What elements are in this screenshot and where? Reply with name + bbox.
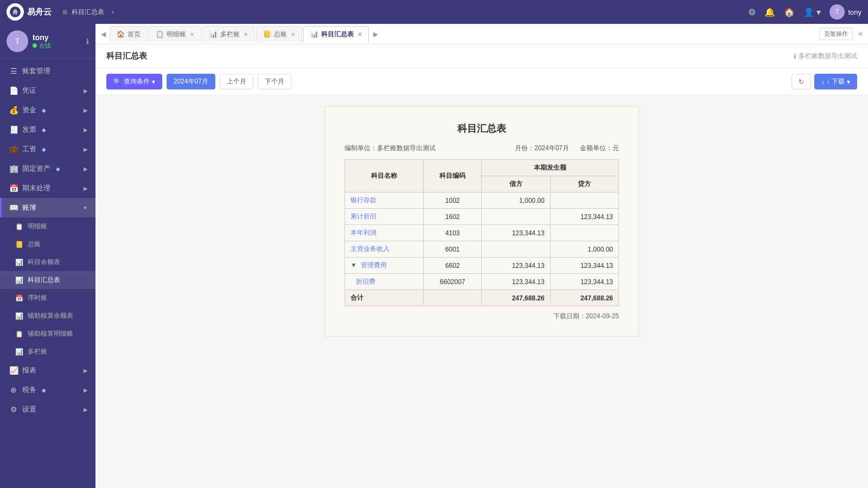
sidebar-item-accounts[interactable]: ☰ 账套管理 xyxy=(0,61,95,81)
detail-ledger-label: 明细账 xyxy=(28,222,47,231)
toolbar: 🔍 查询条件 ▾ 2024年07月 上个月 下个月 ↻ xyxy=(95,68,868,95)
download-btn[interactable]: ↓ ↓ 下载 ▾ xyxy=(814,74,857,89)
row-credit-1: 123,344.13 xyxy=(550,209,618,225)
tab-home-icon: 🏠 xyxy=(117,30,125,38)
assets-arrow: ▶ xyxy=(84,166,88,172)
tab-detail-icon: 📋 xyxy=(156,30,164,38)
total-label: 合计 xyxy=(345,290,424,306)
aux-detail-icon: 📋 xyxy=(15,330,23,338)
invoice-diamond: ◆ xyxy=(42,127,46,133)
row-name-4[interactable]: ▼ 管理费用 xyxy=(345,258,424,274)
report-month: 月份：2024年07月 xyxy=(515,144,569,153)
row-credit-3: 1,000.00 xyxy=(550,241,618,258)
settings-arrow: ▶ xyxy=(84,407,88,413)
row-name-0[interactable]: 银行存款 xyxy=(345,192,424,209)
submenu-item-detail[interactable]: 📋 明细账 xyxy=(0,217,95,235)
sidebar-item-funds[interactable]: 💰 资金 ◆ ▶ xyxy=(0,100,95,120)
sidebar-item-tax[interactable]: ⊕ 税务 ◆ ▶ xyxy=(0,380,95,400)
sidebar-item-period[interactable]: 📅 期末处理 ▶ xyxy=(0,178,95,198)
settings-icon[interactable]: ⚙ xyxy=(748,7,756,17)
user-menu-icon[interactable]: 👤 ▾ xyxy=(803,7,821,17)
row-debit-4: 123,344.13 xyxy=(482,258,550,274)
submenu-item-general[interactable]: 📒 总账 xyxy=(0,235,95,253)
refresh-btn[interactable]: ↻ xyxy=(792,74,811,89)
tab-operations-btn[interactable]: 页签操作 xyxy=(819,28,853,40)
submenu-item-balance[interactable]: 📊 科目余额表 xyxy=(0,253,95,271)
sidebar-item-assets[interactable]: 🏢 固定资产 ◆ ▶ xyxy=(0,159,95,178)
query-label: 查询条件 xyxy=(124,77,150,86)
query-btn[interactable]: 🔍 查询条件 ▾ xyxy=(106,74,162,89)
col-subject-code: 科目编码 xyxy=(423,160,482,192)
expand-icon-4[interactable]: ▼ xyxy=(350,261,359,269)
tab-prev-btn[interactable]: ◀ xyxy=(98,28,108,41)
funds-icon: 💰 xyxy=(9,106,18,114)
tab-summary-icon: 📊 xyxy=(310,30,318,38)
tab-multi-label: 多栏账 xyxy=(220,30,240,39)
report-company: 编制单位：多栏账数据导出测试 xyxy=(344,144,436,153)
settings-icon-side: ⚙ xyxy=(9,405,18,414)
row-code-2: 4103 xyxy=(423,225,482,241)
tab-next-btn[interactable]: ▶ xyxy=(370,28,381,41)
query-icon: 🔍 xyxy=(113,78,122,86)
sidebar-item-report[interactable]: 📈 报表 ▶ xyxy=(0,361,95,380)
submenu-item-summary[interactable]: 📊 科目汇总表 xyxy=(0,271,95,289)
balance-icon: 📊 xyxy=(15,259,23,266)
report-table: 科目名称 科目编码 本期发生额 借方 贷方 银行存款10021,000.00累计… xyxy=(344,159,619,306)
tab-multi-close[interactable]: ✕ xyxy=(244,31,248,37)
next-month-btn[interactable]: 下个月 xyxy=(258,74,291,89)
table-row: ▼ 管理费用6602123,344.13123,344.13 xyxy=(345,258,619,274)
sidebar-item-voucher[interactable]: 📄 凭证 ▶ xyxy=(0,81,95,100)
row-name-3[interactable]: 主营业务收入 xyxy=(345,241,424,258)
period-icon: 📅 xyxy=(9,184,18,192)
tab-general-icon: 📒 xyxy=(263,30,271,38)
topbar-add-tab[interactable]: ＋ xyxy=(110,8,116,17)
sidebar-item-settings[interactable]: ⚙ 设置 ▶ xyxy=(0,400,95,419)
row-name-2[interactable]: 本年利润 xyxy=(345,225,424,241)
toolbar-right: ↻ ↓ ↓ 下载 ▾ xyxy=(792,74,857,89)
svg-text:舟: 舟 xyxy=(12,9,18,15)
sidebar-user: T tony 在线 ℹ xyxy=(0,24,95,59)
row-code-3: 6001 xyxy=(423,241,482,258)
bell-icon[interactable]: 🔔 xyxy=(764,7,775,17)
table-row: 银行存款10021,000.00 xyxy=(345,192,619,209)
row-name-text-3: 主营业务收入 xyxy=(350,245,390,253)
info-icon[interactable]: ℹ xyxy=(86,37,89,46)
tab-multi[interactable]: 📊 多栏账 ✕ xyxy=(202,26,255,42)
sidebar-item-salary[interactable]: 💼 工资 ◆ ▶ xyxy=(0,139,95,159)
date-label: 2024年07月 xyxy=(174,77,208,86)
submenu-item-multi[interactable]: 📊 多栏账 xyxy=(0,343,95,361)
topbar-user[interactable]: T tony xyxy=(829,4,861,20)
tab-general-close[interactable]: ✕ xyxy=(291,31,295,37)
tab-summary[interactable]: 📊 科目汇总表 ✕ xyxy=(303,26,369,42)
app-logo[interactable]: 舟 易舟云 xyxy=(7,3,52,21)
row-credit-5: 123,344.13 xyxy=(550,274,618,290)
tab-home[interactable]: 🏠 首页 xyxy=(110,26,148,42)
row-name-5[interactable]: 折旧费 xyxy=(345,274,424,290)
topbar-tabs: ⊞ 科目汇总表 ＋ xyxy=(62,8,748,17)
sidebar-item-ledger[interactable]: 📖 账簿 ▼ xyxy=(0,198,95,217)
aux-balance-icon: 📊 xyxy=(15,312,23,320)
submenu-item-journal[interactable]: 📅 序时账 xyxy=(0,289,95,307)
tab-summary-close[interactable]: ✕ xyxy=(358,31,362,37)
sidebar-user-info: tony 在线 xyxy=(33,33,51,50)
home-icon[interactable]: 🏠 xyxy=(784,7,795,17)
salary-arrow: ▶ xyxy=(84,146,88,152)
row-debit-1 xyxy=(482,209,550,225)
tab-close-all-btn[interactable]: ✕ xyxy=(855,28,866,41)
tab-general[interactable]: 📒 总账 ✕ xyxy=(256,26,302,42)
row-name-1[interactable]: 累计折旧 xyxy=(345,209,424,225)
prev-month-btn[interactable]: 上个月 xyxy=(220,74,253,89)
submenu-item-aux-detail[interactable]: 📋 辅助核算明细账 xyxy=(0,325,95,343)
sidebar-item-invoice[interactable]: 🧾 发票 ◆ ▶ xyxy=(0,120,95,139)
aux-detail-label: 辅助核算明细账 xyxy=(28,329,73,338)
tab-bar-right: 页签操作 ✕ xyxy=(819,28,866,41)
table-row: 主营业务收入60011,000.00 xyxy=(345,241,619,258)
date-btn[interactable]: 2024年07月 xyxy=(167,74,215,89)
tax-diamond: ◆ xyxy=(42,387,46,393)
row-code-1: 1602 xyxy=(423,209,482,225)
submenu-item-aux-balance[interactable]: 📊 辅助核算余额表 xyxy=(0,307,95,325)
tab-icon-grid[interactable]: ⊞ xyxy=(62,9,67,16)
multi-icon: 📊 xyxy=(15,348,23,356)
tab-detail[interactable]: 📋 明细账 ✕ xyxy=(149,26,201,42)
tab-detail-close[interactable]: ✕ xyxy=(190,31,194,37)
